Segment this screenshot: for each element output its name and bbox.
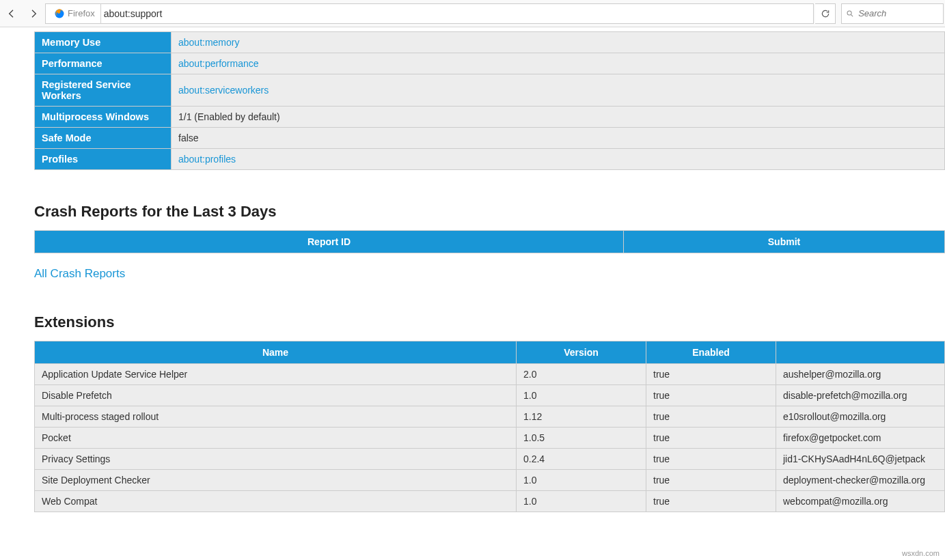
navigation-toolbar: Firefox about:support: [0, 0, 945, 27]
crash-reports-heading: Crash Reports for the Last 3 Days: [34, 203, 945, 221]
arrow-right-icon: [28, 8, 39, 19]
identity-label: Firefox: [68, 8, 95, 18]
forward-button[interactable]: [23, 3, 44, 24]
reload-icon: [821, 9, 830, 18]
all-crash-reports-link[interactable]: All Crash Reports: [34, 267, 945, 281]
extension-row: Application Update Service Helper2.0true…: [35, 364, 945, 385]
ext-cell-version: 1.0: [517, 491, 646, 512]
ext-cell-enabled: true: [646, 470, 776, 491]
ext-cell-name: Multi-process staged rollout: [35, 406, 517, 428]
info-row-label: Safe Mode: [35, 128, 172, 149]
ext-cell-version: 1.12: [517, 406, 646, 428]
info-row-value: about:memory: [172, 32, 945, 53]
info-row: Registered Service Workersabout:servicew…: [35, 74, 945, 107]
ext-cell-version: 2.0: [517, 364, 646, 385]
info-link[interactable]: about:serviceworkers: [178, 85, 269, 96]
ext-cell-version: 1.0: [517, 470, 646, 491]
info-row: Safe Modefalse: [35, 128, 945, 149]
ext-cell-version: 1.0.5: [517, 428, 646, 449]
ext-cell-enabled: true: [646, 406, 776, 428]
ext-cell-id: firefox@getpocket.com: [776, 428, 945, 449]
ext-cell-name: Privacy Settings: [35, 449, 517, 470]
info-row-value: about:profiles: [172, 149, 945, 170]
ext-col-id: [776, 341, 945, 364]
extensions-table: Name Version Enabled Application Update …: [34, 341, 945, 512]
info-row: Memory Useabout:memory: [35, 32, 945, 53]
ext-col-version: Version: [517, 341, 646, 364]
extension-row: Web Compat1.0truewebcompat@mozilla.org: [35, 491, 945, 512]
info-link[interactable]: about:memory: [178, 37, 239, 48]
extension-row: Disable Prefetch1.0truedisable-prefetch@…: [35, 385, 945, 406]
arrow-left-icon: [6, 8, 17, 19]
info-row-value: about:performance: [172, 53, 945, 74]
page-content: Memory Useabout:memoryPerformanceabout:p…: [0, 31, 945, 529]
info-link[interactable]: about:profiles: [178, 154, 236, 165]
ext-cell-id: webcompat@mozilla.org: [776, 491, 945, 512]
ext-cell-enabled: true: [646, 385, 776, 406]
info-row-label: Profiles: [35, 149, 172, 170]
back-button[interactable]: [1, 3, 22, 24]
url-text: about:support: [104, 8, 163, 19]
info-row-value: false: [172, 128, 945, 149]
ext-col-enabled: Enabled: [646, 341, 776, 364]
info-row-label: Multiprocess Windows: [35, 107, 172, 128]
ext-col-name: Name: [35, 341, 517, 364]
search-input[interactable]: [858, 8, 939, 18]
extension-row: Site Deployment Checker1.0truedeployment…: [35, 470, 945, 491]
svg-point-1: [847, 10, 851, 14]
search-bar[interactable]: [841, 3, 944, 24]
ext-cell-name: Site Deployment Checker: [35, 470, 517, 491]
info-row-label: Memory Use: [35, 32, 172, 53]
info-row-label: Performance: [35, 53, 172, 74]
ext-cell-id: aushelper@mozilla.org: [776, 364, 945, 385]
ext-cell-version: 1.0: [517, 385, 646, 406]
info-row: Multiprocess Windows1/1 (Enabled by defa…: [35, 107, 945, 128]
ext-cell-name: Pocket: [35, 428, 517, 449]
firefox-icon: [54, 8, 65, 19]
ext-cell-name: Application Update Service Helper: [35, 364, 517, 385]
url-bar[interactable]: Firefox about:support: [45, 3, 814, 24]
ext-cell-enabled: true: [646, 491, 776, 512]
search-icon: [846, 9, 854, 18]
ext-cell-version: 0.2.4: [517, 449, 646, 470]
reload-button[interactable]: [815, 3, 836, 24]
ext-cell-enabled: true: [646, 364, 776, 385]
info-row-value: 1/1 (Enabled by default): [172, 107, 945, 128]
ext-cell-id: deployment-checker@mozilla.org: [776, 470, 945, 491]
extension-row: Pocket1.0.5truefirefox@getpocket.com: [35, 428, 945, 449]
info-row: Performanceabout:performance: [35, 53, 945, 74]
ext-cell-id: jid1-CKHySAadH4nL6Q@jetpack: [776, 449, 945, 470]
crash-reports-table: Report ID Submit: [34, 230, 945, 253]
info-link[interactable]: about:performance: [178, 58, 259, 69]
ext-cell-name: Disable Prefetch: [35, 385, 517, 406]
ext-cell-id: e10srollout@mozilla.org: [776, 406, 945, 428]
ext-cell-id: disable-prefetch@mozilla.org: [776, 385, 945, 406]
info-row-value: about:serviceworkers: [172, 74, 945, 107]
info-row: Profilesabout:profiles: [35, 149, 945, 170]
site-identity[interactable]: Firefox: [50, 3, 101, 24]
extensions-heading: Extensions: [34, 313, 945, 331]
extension-row: Multi-process staged rollout1.12truee10s…: [35, 406, 945, 428]
application-basics-table: Memory Useabout:memoryPerformanceabout:p…: [34, 31, 945, 170]
extension-row: Privacy Settings0.2.4truejid1-CKHySAadH4…: [35, 449, 945, 470]
crash-col-report-id: Report ID: [35, 231, 624, 253]
ext-cell-name: Web Compat: [35, 491, 517, 512]
info-row-label: Registered Service Workers: [35, 74, 172, 107]
ext-cell-enabled: true: [646, 449, 776, 470]
ext-cell-enabled: true: [646, 428, 776, 449]
crash-col-submitted: Submit: [624, 231, 945, 253]
